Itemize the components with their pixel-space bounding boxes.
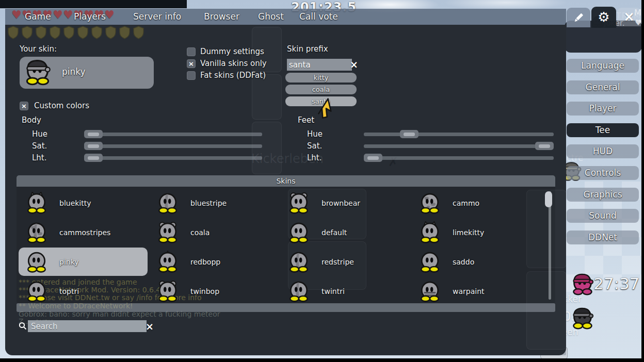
feet_group-sat--slider-handle[interactable] <box>535 142 554 150</box>
skin-name-label: redbopp <box>190 258 220 266</box>
skin-item-bluekitty[interactable]: bluekitty <box>19 189 148 217</box>
prefix-button-kitty[interactable]: kitty <box>285 73 357 83</box>
skin-item-toptri[interactable]: toptri <box>19 277 148 305</box>
body_group-lht--label: Lht. <box>32 153 47 162</box>
skin-item-default[interactable]: default <box>281 218 410 246</box>
skin-name-label: twintri <box>321 287 345 295</box>
tee-icon <box>156 221 179 244</box>
skin-item-cammo[interactable]: cammo <box>412 189 541 217</box>
screen-border-right <box>641 0 644 362</box>
bg-tile <box>252 74 282 120</box>
skin-item-twintri[interactable]: twintri <box>281 277 410 305</box>
spectate-clock: 27:37 <box>593 274 639 293</box>
feet_group-hue-slider-track[interactable] <box>364 133 554 136</box>
feet_group-lht--slider-handle[interactable] <box>364 154 382 162</box>
tab-player[interactable]: Player <box>567 102 639 116</box>
checkbox-fat-skins-ddfat-[interactable] <box>187 71 196 80</box>
menu-item-game[interactable]: Game <box>25 11 51 22</box>
screen-border-bottom <box>0 358 644 362</box>
body_group-hue-slider-handle[interactable] <box>84 130 103 138</box>
tab-sound[interactable]: Sound <box>567 209 639 223</box>
menu-item-players[interactable]: Players <box>74 11 106 22</box>
skin-prefix-clear-icon[interactable]: × <box>350 60 358 70</box>
skin-item-twinbop[interactable]: twinbop <box>150 277 279 305</box>
current-skin-box[interactable]: pinky <box>20 57 154 89</box>
skin-prefix-label: Skin prefix <box>287 44 328 54</box>
skin-item-bluestripe[interactable]: bluestripe <box>150 189 279 217</box>
body_group-sat--label: Sat. <box>32 141 47 151</box>
skins-list-header: Skins <box>17 175 555 187</box>
tab-general[interactable]: General <box>567 80 639 94</box>
tee-icon <box>418 221 441 244</box>
menu-item-call-vote[interactable]: Call vote <box>299 11 338 22</box>
mouse-cursor-icon <box>314 97 335 120</box>
shield-icon <box>91 26 103 41</box>
skin-item-coala[interactable]: coala <box>150 218 279 246</box>
skin-item-redbopp[interactable]: redbopp <box>150 248 279 276</box>
skin-name-label: cammo <box>453 199 479 207</box>
skin-name-label: brownbear <box>321 199 360 207</box>
skin-item-limekitty[interactable]: limekitty <box>412 218 541 246</box>
body_group-sat--slider-track[interactable] <box>84 144 262 148</box>
body_group-lht--slider-handle[interactable] <box>84 154 103 162</box>
checkbox-dummy-settings[interactable] <box>187 47 196 56</box>
skins-scrollbar-handle[interactable] <box>545 191 552 207</box>
menu-item-server-info[interactable]: Server info <box>133 11 181 22</box>
tee-icon <box>418 251 441 273</box>
skin-name-label: bluestripe <box>190 199 227 207</box>
shield-icon <box>35 26 47 41</box>
prefix-button-coala[interactable]: coala <box>285 85 357 94</box>
skin-item-warpaint[interactable]: warpaint <box>412 277 541 305</box>
settings-button[interactable]: ⚙ <box>591 7 616 28</box>
checkbox-custom-colors[interactable]: × <box>20 102 28 110</box>
shield-icon <box>105 26 117 41</box>
checkbox-label-dummy-settings: Dummy settings <box>200 47 264 56</box>
search-input[interactable] <box>28 320 147 332</box>
skin-name-label: cammostripes <box>59 228 110 237</box>
feet-group-label: Feet <box>298 116 314 125</box>
current-skin-tee-icon <box>24 58 52 88</box>
game-screen: 201:23.5 ectre 27:37 Kicker 20. <box>0 0 644 362</box>
skin-item-brownbear[interactable]: brownbear <box>281 189 410 217</box>
heart-icon: ♥ <box>63 8 73 21</box>
feet_group-hue-slider-handle[interactable] <box>400 130 418 138</box>
tee-icon <box>287 280 310 303</box>
feet_group-lht--slider-track[interactable] <box>364 156 554 160</box>
tab-hud[interactable]: HUD <box>567 144 639 158</box>
tab-tee[interactable]: Tee <box>567 123 639 137</box>
bg-tile <box>252 122 282 174</box>
tee-icon <box>25 280 48 303</box>
checkbox-vanilla-skins-only[interactable]: × <box>187 59 196 68</box>
tab-controls[interactable]: Controls <box>567 166 639 180</box>
skin-item-cammostripes[interactable]: cammostripes <box>19 218 148 246</box>
search-icon <box>18 321 27 331</box>
skin-prefix-input[interactable] <box>287 59 352 71</box>
skin-item-redstripe[interactable]: redstripe <box>281 248 410 276</box>
skin-name-label: bluekitty <box>59 199 91 207</box>
editor-button[interactable] <box>567 8 590 27</box>
skin-name-label: coala <box>190 228 210 237</box>
tee-icon <box>287 251 310 273</box>
body_group-hue-slider-track[interactable] <box>84 133 262 136</box>
search-clear-icon[interactable]: × <box>146 322 154 332</box>
tee-icon <box>418 280 441 303</box>
menu-item-browser[interactable]: Browser <box>204 11 239 22</box>
tee-icon <box>25 251 48 273</box>
tee-icon <box>156 280 179 303</box>
feet_group-sat--slider-track[interactable] <box>364 144 554 148</box>
body_group-lht--slider-track[interactable] <box>84 156 262 160</box>
skins-scrollbar-track[interactable] <box>549 191 551 300</box>
skin-item-pinky[interactable]: pinky <box>19 248 148 276</box>
skin-name-label: twinbop <box>190 287 219 295</box>
tab-language[interactable]: Language <box>567 59 639 73</box>
map-dark-strip <box>0 0 187 8</box>
body_group-sat--slider-handle[interactable] <box>84 142 103 150</box>
skin-item-saddo[interactable]: saddo <box>412 248 541 276</box>
menu-item-ghost[interactable]: Ghost <box>258 11 284 22</box>
heart-icon: ♥ <box>11 8 22 21</box>
tab-ddnet[interactable]: DDNet <box>567 231 639 244</box>
shield-icon <box>7 26 19 41</box>
tab-graphics[interactable]: Graphics <box>567 188 639 202</box>
checkbox-label-fat-skins-ddfat-: Fat skins (DDFat) <box>200 71 266 80</box>
quit-button[interactable]: × <box>617 8 641 26</box>
